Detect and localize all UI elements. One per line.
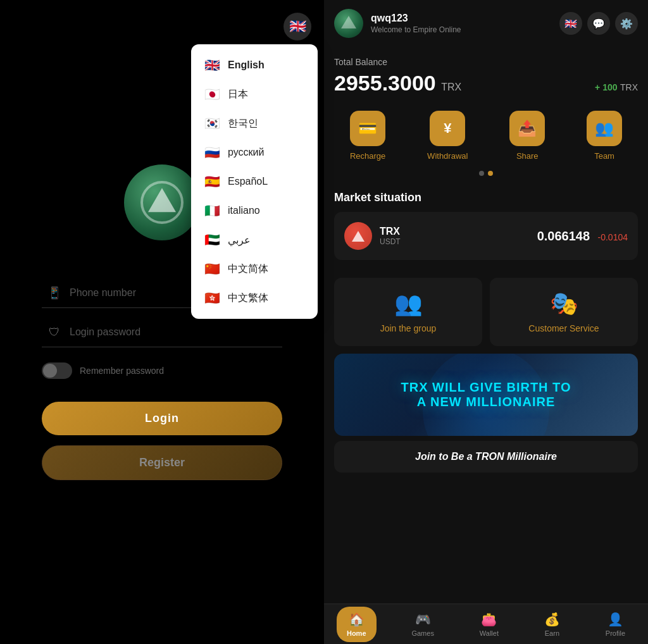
profile-icon: 👤 — [608, 612, 623, 627]
flag-korean: 🇰🇷 — [204, 116, 220, 131]
coin-logo — [124, 164, 200, 240]
flag-italian: 🇮🇹 — [204, 203, 220, 218]
remember-row: Remember password — [42, 362, 282, 379]
balance-amount-group: 2955.3000 TRX — [334, 71, 461, 96]
shield-icon: 🛡 — [47, 326, 62, 339]
lang-item-italian[interactable]: 🇮🇹 italiano — [191, 196, 318, 225]
tron-icon — [148, 188, 176, 212]
lang-item-russian[interactable]: 🇷🇺 русский — [191, 138, 318, 167]
join-group-label: Join the group — [380, 323, 437, 333]
quick-actions: 👥 Join the group 🎭 Customer Service — [324, 270, 648, 354]
lang-item-spanish[interactable]: 🇪🇸 EspañoL — [191, 167, 318, 196]
nav-profile[interactable]: 👤 Profile — [595, 607, 635, 642]
nav-wallet[interactable]: 👛 Wallet — [470, 607, 509, 642]
carousel-dots — [324, 171, 648, 181]
balance-label: Total Balance — [334, 57, 638, 67]
action-buttons: 💳 Recharge ¥ Withdrawal 📤 Share 👥 Team — [324, 101, 648, 171]
trx-coin-icon — [344, 222, 372, 250]
username: qwq123 — [371, 13, 552, 24]
user-info: qwq123 Welcome to Empire Online — [371, 13, 552, 34]
share-label: Share — [516, 151, 539, 161]
balance-currency: TRX — [441, 82, 461, 92]
market-title: Market situation — [334, 191, 638, 204]
flag-arabic: 🇦🇪 — [204, 232, 220, 247]
promo-banner[interactable]: TRX WILL GIVE BIRTH TO A NEW MILLIONAIRE — [334, 354, 638, 436]
register-button[interactable]: Register — [42, 445, 282, 480]
coin-pair: USDT — [380, 237, 530, 246]
nav-wallet-label: Wallet — [480, 629, 499, 637]
left-panel: 🇬🇧 🇬🇧 English 🇯🇵 日本 🇰🇷 한국인 🇷🇺 русский 🇪🇸… — [0, 0, 324, 644]
lang-item-chinese-traditional[interactable]: 🇭🇰 中文繁体 — [191, 283, 318, 313]
lang-item-chinese-simplified[interactable]: 🇨🇳 中文简体 — [191, 254, 318, 283]
balance-section: Total Balance 2955.3000 TRX + 100 TRX — [324, 47, 648, 101]
recharge-label: Recharge — [350, 151, 385, 161]
lang-label-korean: 한국인 — [228, 117, 258, 130]
nav-games-label: Games — [411, 629, 433, 637]
nav-earn-label: Earn — [545, 629, 559, 637]
lang-item-japanese[interactable]: 🇯🇵 日本 — [191, 80, 318, 109]
customer-service-card[interactable]: 🎭 Customer Service — [490, 278, 638, 346]
flag-hk: 🇭🇰 — [204, 290, 220, 306]
recharge-button[interactable]: 💳 Recharge — [350, 111, 385, 161]
remember-toggle[interactable] — [42, 362, 72, 379]
login-button[interactable]: Login — [42, 402, 282, 435]
remember-label: Remember password — [80, 366, 164, 376]
lang-item-arabic[interactable]: 🇦🇪 عربي — [191, 225, 318, 254]
dot-1 — [479, 171, 484, 176]
withdrawal-label: Withdrawal — [427, 151, 468, 161]
lang-label-english: English — [228, 59, 265, 71]
coin-name: TRX — [380, 226, 530, 237]
lang-item-english[interactable]: 🇬🇧 English — [191, 51, 318, 80]
user-subtitle: Welcome to Empire Online — [371, 25, 552, 34]
language-dropdown: 🇬🇧 English 🇯🇵 日本 🇰🇷 한국인 🇷🇺 русский 🇪🇸 Es… — [191, 44, 318, 319]
balance-amount: 2955.3000 — [334, 71, 436, 95]
bottom-nav: 🏠 Home 🎮 Games 👛 Wallet 💰 Earn 👤 Profile — [324, 604, 648, 644]
share-button[interactable]: 📤 Share — [509, 111, 545, 161]
dot-2 — [488, 171, 493, 176]
flag-japanese: 🇯🇵 — [204, 87, 220, 102]
nav-earn[interactable]: 💰 Earn — [534, 607, 570, 642]
flag-cn: 🇨🇳 — [204, 261, 220, 276]
market-section: Market situation TRX USDT 0.066148 -0.01… — [324, 181, 648, 270]
coin-price-group: 0.066148 -0.0104 — [537, 229, 628, 244]
lang-label-spanish: EspañoL — [228, 176, 268, 187]
join-group-icon: 👥 — [394, 290, 423, 317]
coin-price: 0.066148 — [537, 229, 590, 243]
earn-icon: 💰 — [544, 612, 560, 627]
app-header: qwq123 Welcome to Empire Online 🇬🇧 💬 ⚙️ — [324, 0, 648, 47]
avatar — [334, 9, 363, 38]
lang-item-korean[interactable]: 🇰🇷 한국인 — [191, 109, 318, 138]
language-button[interactable]: 🇬🇧 — [284, 13, 311, 40]
phone-icon: 📱 — [47, 286, 62, 300]
join-group-card[interactable]: 👥 Join the group — [334, 278, 482, 346]
team-button[interactable]: 👥 Team — [587, 111, 622, 161]
home-icon: 🏠 — [349, 612, 364, 627]
balance-row: 2955.3000 TRX + 100 TRX — [334, 71, 638, 96]
team-label: Team — [594, 151, 614, 161]
customer-service-label: Customer Service — [528, 323, 599, 333]
market-card[interactable]: TRX USDT 0.066148 -0.0104 — [334, 212, 638, 260]
team-icon: 👥 — [587, 111, 622, 146]
password-input[interactable] — [70, 326, 277, 338]
wallet-icon: 👛 — [481, 612, 497, 627]
withdrawal-button[interactable]: ¥ Withdrawal — [427, 111, 468, 161]
flag-english: 🇬🇧 — [204, 58, 220, 73]
lang-label-arabic: عربي — [228, 234, 251, 246]
settings-header-button[interactable]: ⚙️ — [615, 12, 638, 35]
flag-spanish: 🇪🇸 — [204, 174, 220, 189]
withdrawal-icon: ¥ — [430, 111, 465, 146]
message-header-button[interactable]: 💬 — [587, 12, 610, 35]
nav-games[interactable]: 🎮 Games — [401, 607, 444, 642]
nav-profile-label: Profile — [606, 629, 625, 637]
right-panel: qwq123 Welcome to Empire Online 🇬🇧 💬 ⚙️ … — [324, 0, 648, 644]
banner-text: TRX WILL GIVE BIRTH TO A NEW MILLIONAIRE — [401, 380, 571, 409]
flag-russian: 🇷🇺 — [204, 145, 220, 160]
coin-names: TRX USDT — [380, 226, 530, 246]
recharge-icon: 💳 — [350, 111, 385, 146]
lang-label-italian: italiano — [228, 205, 260, 216]
games-icon: 🎮 — [415, 612, 431, 627]
balance-gain-group: + 100 TRX — [595, 82, 638, 93]
nav-home[interactable]: 🏠 Home — [337, 607, 377, 642]
coin-change: -0.0104 — [598, 232, 628, 242]
flag-header-button[interactable]: 🇬🇧 — [559, 12, 582, 35]
